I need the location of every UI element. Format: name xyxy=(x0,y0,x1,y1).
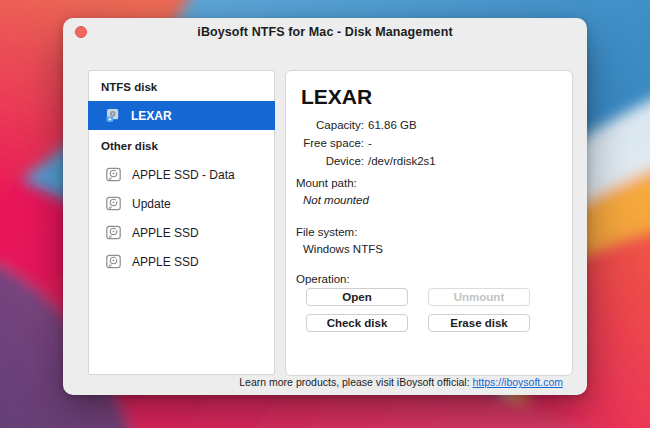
hard-drive-icon xyxy=(105,166,122,183)
hard-drive-icon xyxy=(105,195,122,212)
app-window: iBoysoft NTFS for Mac - Disk Management … xyxy=(63,18,587,395)
check-disk-button[interactable]: Check disk xyxy=(306,314,408,332)
disk-row-apple-ssd-2[interactable]: APPLE SSD xyxy=(89,247,274,276)
file-system-label: File system: xyxy=(296,226,357,238)
footer-text: Learn more products, please visit iBoyso… xyxy=(239,376,472,388)
hard-drive-icon xyxy=(105,224,122,241)
disk-label: APPLE SSD - Data xyxy=(132,168,235,182)
mount-path-value: Not mounted xyxy=(303,194,369,206)
disk-label: LEXAR xyxy=(131,109,172,123)
disk-label: Update xyxy=(132,197,171,211)
operation-buttons: Open Unmount Check disk Erase disk xyxy=(306,288,530,332)
free-space-label: Free space: xyxy=(286,134,364,152)
info-row-free-space: Free space: - xyxy=(286,134,572,152)
titlebar: iBoysoft NTFS for Mac - Disk Management xyxy=(63,18,587,58)
free-space-value: - xyxy=(368,134,372,152)
disk-label: APPLE SSD xyxy=(132,255,199,269)
disk-list-panel: NTFS disk LEXAR Other disk APPLE SSD - D… xyxy=(88,70,275,375)
iboysoft-link[interactable]: https://iboysoft.com xyxy=(473,376,563,388)
file-system-value: Windows NTFS xyxy=(303,243,383,255)
capacity-label: Capacity: xyxy=(286,116,364,134)
removable-disk-icon xyxy=(104,107,121,124)
selected-disk-title: LEXAR xyxy=(301,85,372,109)
section-header-ntfs-disk: NTFS disk xyxy=(89,71,274,101)
device-label: Device: xyxy=(286,152,364,170)
section-header-other-disk: Other disk xyxy=(89,130,274,160)
footer: Learn more products, please visit iBoyso… xyxy=(239,376,563,388)
window-title: iBoysoft NTFS for Mac - Disk Management xyxy=(63,25,587,39)
disk-row-apple-ssd-data[interactable]: APPLE SSD - Data xyxy=(89,160,274,189)
disk-label: APPLE SSD xyxy=(132,226,199,240)
open-button[interactable]: Open xyxy=(306,288,408,306)
info-row-capacity: Capacity: 61.86 GB xyxy=(286,116,572,134)
operation-label: Operation: xyxy=(296,273,350,285)
disk-detail-panel: LEXAR Capacity: 61.86 GB Free space: - D… xyxy=(285,70,573,376)
mount-path-label: Mount path: xyxy=(296,177,357,189)
device-value: /dev/rdisk2s1 xyxy=(368,152,436,170)
disk-row-update[interactable]: Update xyxy=(89,189,274,218)
erase-disk-button[interactable]: Erase disk xyxy=(428,314,530,332)
hard-drive-icon xyxy=(105,253,122,270)
disk-info-rows: Capacity: 61.86 GB Free space: - Device:… xyxy=(286,116,572,170)
capacity-value: 61.86 GB xyxy=(368,116,417,134)
info-row-device: Device: /dev/rdisk2s1 xyxy=(286,152,572,170)
disk-row-apple-ssd-1[interactable]: APPLE SSD xyxy=(89,218,274,247)
unmount-button[interactable]: Unmount xyxy=(428,288,530,306)
disk-row-lexar[interactable]: LEXAR xyxy=(88,101,275,130)
